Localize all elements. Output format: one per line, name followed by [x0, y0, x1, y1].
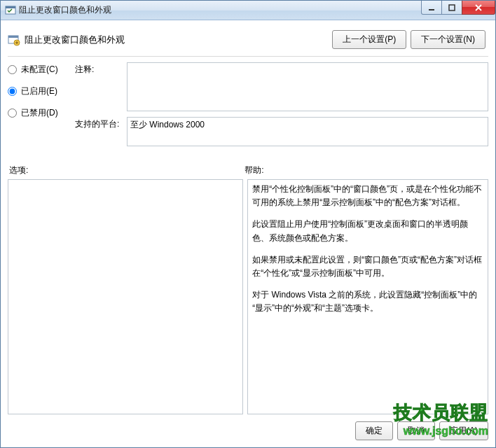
ok-button[interactable]: 确定 — [355, 421, 393, 440]
nav-buttons: 上一个设置(P) 下一个设置(N) — [332, 30, 485, 49]
bottom-bar: 确定 取消 应用(A) — [8, 414, 488, 440]
radio-disabled-label: 已禁用(D) — [21, 107, 58, 119]
policy-icon — [8, 34, 20, 46]
help-pane[interactable]: 禁用“个性化控制面板”中的“窗口颜色”页，或是在个性化功能不可用的系统上禁用“显… — [247, 179, 488, 414]
separator — [8, 56, 488, 57]
comment-textarea[interactable] — [127, 62, 488, 111]
help-paragraph: 对于 Windows Vista 之前的系统，此设置隐藏“控制面板”中的“显示”… — [252, 288, 483, 315]
cancel-button[interactable]: 取消 — [397, 421, 435, 440]
radio-disabled[interactable]: 已禁用(D) — [8, 107, 75, 119]
state-radios: 未配置(C) 已启用(E) 已禁用(D) — [8, 62, 75, 119]
config-grid: 未配置(C) 已启用(E) 已禁用(D) 注释: 支持的平台: 至少 Windo… — [8, 62, 488, 152]
maximize-button[interactable] — [441, 1, 462, 15]
window-controls — [422, 1, 495, 15]
mid-labels: 选项: 帮助: — [8, 164, 488, 176]
policy-title-container: 阻止更改窗口颜色和外观 — [8, 34, 125, 46]
help-paragraph: 如果禁用或未配置此设置，则“窗口颜色”页或“配色方案”对话框在“个性化”或“显示… — [252, 253, 483, 280]
window-title: 阻止更改窗口颜色和外观 — [19, 4, 111, 16]
radio-not-configured[interactable]: 未配置(C) — [8, 64, 75, 76]
panes: 禁用“个性化控制面板”中的“窗口颜色”页，或是在个性化功能不可用的系统上禁用“显… — [8, 179, 488, 414]
radio-enabled-input[interactable] — [8, 87, 17, 96]
radio-enabled[interactable]: 已启用(E) — [8, 85, 75, 97]
comment-label: 注释: — [75, 62, 127, 76]
next-setting-button[interactable]: 下一个设置(N) — [411, 30, 485, 49]
svg-rect-2 — [429, 9, 434, 10]
help-paragraph: 禁用“个性化控制面板”中的“窗口颜色”页，或是在个性化功能不可用的系统上禁用“显… — [252, 183, 483, 209]
header-row: 阻止更改窗口颜色和外观 上一个设置(P) 下一个设置(N) — [8, 26, 488, 53]
radio-not-configured-label: 未配置(C) — [21, 64, 58, 76]
minimize-button[interactable] — [421, 1, 442, 15]
svg-rect-1 — [6, 6, 15, 8]
help-paragraph: 此设置阻止用户使用“控制面板”更改桌面和窗口的半透明颜色、系统颜色或配色方案。 — [252, 218, 483, 244]
svg-rect-5 — [8, 36, 18, 38]
options-pane[interactable] — [8, 179, 243, 414]
platform-label: 支持的平台: — [75, 117, 127, 130]
radio-disabled-input[interactable] — [8, 108, 17, 118]
window-app-icon — [5, 5, 16, 16]
apply-button[interactable]: 应用(A) — [439, 421, 488, 440]
help-label: 帮助: — [243, 164, 488, 176]
previous-setting-button[interactable]: 上一个设置(P) — [332, 30, 406, 49]
close-button[interactable] — [462, 1, 495, 15]
titlebar[interactable]: 阻止更改窗口颜色和外观 — [1, 1, 495, 20]
options-label: 选项: — [8, 164, 243, 176]
radio-not-configured-input[interactable] — [8, 65, 17, 74]
client-area: 阻止更改窗口颜色和外观 上一个设置(P) 下一个设置(N) 未配置(C) 已启用… — [1, 20, 495, 447]
platform-box: 至少 Windows 2000 — [127, 117, 488, 146]
svg-rect-3 — [449, 5, 455, 10]
policy-name: 阻止更改窗口颜色和外观 — [25, 34, 125, 46]
policy-editor-window: 阻止更改窗口颜色和外观 — [0, 0, 496, 448]
radio-enabled-label: 已启用(E) — [21, 85, 57, 97]
